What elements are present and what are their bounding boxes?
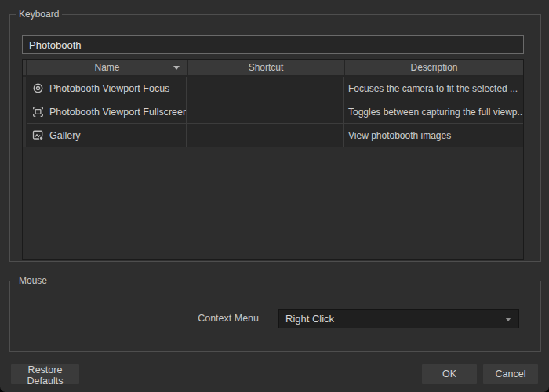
action-name-cell: Photobooth Viewport Fullscreen	[27, 100, 187, 123]
context-menu-dropdown[interactable]: Right Click	[278, 309, 519, 328]
action-description: View photobooth images	[344, 124, 523, 147]
mouse-group-label: Mouse	[16, 274, 50, 288]
shortcut-search-input[interactable]	[22, 35, 524, 54]
table-row[interactable]: Gallery View photobooth images	[27, 124, 523, 147]
column-header-name[interactable]: Name	[27, 60, 187, 75]
table-row[interactable]: Photobooth Viewport Fullscreen Toggles b…	[27, 100, 523, 124]
restore-defaults-button[interactable]: Restore Defaults	[11, 364, 79, 384]
column-header-name-label: Name	[94, 62, 119, 73]
context-menu-label: Context Menu	[141, 309, 259, 328]
column-header-description[interactable]: Description	[345, 60, 523, 75]
column-header-shortcut[interactable]: Shortcut	[188, 60, 344, 75]
fullscreen-icon	[32, 106, 44, 118]
shortcut-cell[interactable]	[187, 77, 344, 100]
sort-desc-icon	[173, 66, 180, 70]
keyboard-settings-dialog: Keyboard Name Shortcut Description Photo…	[0, 0, 549, 392]
action-name: Photobooth Viewport Fullscreen	[49, 107, 187, 118]
table-vertical-header	[23, 77, 26, 147]
gallery-icon	[32, 129, 44, 141]
shortcuts-table: Name Shortcut Description Photobooth Vie…	[22, 59, 524, 260]
table-rows: Photobooth Viewport Focus Focuses the ca…	[27, 77, 523, 147]
table-corner	[23, 60, 26, 75]
shortcut-cell[interactable]	[187, 100, 344, 123]
context-menu-selected-value: Right Click	[285, 310, 518, 328]
eye-icon	[32, 82, 44, 94]
action-name-cell: Gallery	[27, 124, 187, 147]
action-name: Gallery	[49, 130, 81, 141]
shortcut-cell[interactable]	[187, 124, 344, 147]
keyboard-group-label: Keyboard	[16, 8, 62, 21]
action-name: Photobooth Viewport Focus	[49, 83, 169, 94]
chevron-down-icon	[505, 318, 511, 321]
table-row[interactable]: Photobooth Viewport Focus Focuses the ca…	[27, 77, 523, 100]
action-name-cell: Photobooth Viewport Focus	[27, 77, 187, 100]
action-description: Focuses the camera to fit the selected .…	[344, 77, 523, 100]
action-description: Toggles between capturing the full viewp…	[344, 100, 523, 123]
cancel-button[interactable]: Cancel	[483, 364, 538, 384]
ok-button[interactable]: OK	[422, 364, 477, 384]
